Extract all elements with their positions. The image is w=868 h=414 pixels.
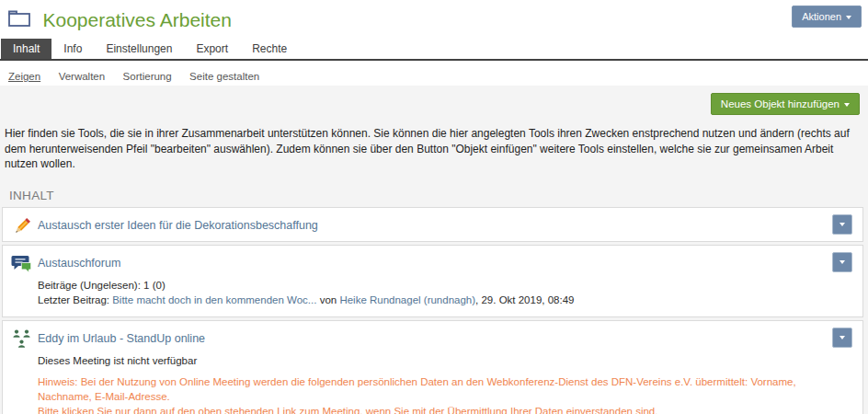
pencil-icon xyxy=(11,215,33,241)
tab-rechte[interactable]: Rechte xyxy=(240,38,299,59)
caret-down-icon xyxy=(839,260,845,264)
subnav-zeigen[interactable]: Zeigen xyxy=(8,71,40,82)
section-header-inhalt: INHALT xyxy=(0,181,868,207)
last-post-link[interactable]: Bitte macht doch in den kommenden Woc... xyxy=(112,294,316,305)
list-item: Austauschforum Beiträge (Ungelesen): 1 (… xyxy=(2,245,863,317)
tab-bar: Inhalt Info Einstellungen Export Rechte xyxy=(0,39,868,61)
actions-button[interactable]: Aktionen xyxy=(792,6,862,28)
item-actions-dropdown[interactable] xyxy=(832,252,852,272)
tab-info[interactable]: Info xyxy=(51,38,94,59)
page-header: Kooperatives Arbeiten Aktionen xyxy=(0,0,868,39)
posts-count: Beiträge (Ungelesen): 1 (0) xyxy=(38,278,822,293)
forum-icon xyxy=(11,253,33,279)
item-properties: Beiträge (Ungelesen): 1 (0) Letzter Beit… xyxy=(38,278,822,308)
privacy-warning-line2: Bitte klicken Sie nur dann auf den oben … xyxy=(38,404,822,414)
item-title-link[interactable]: Austauschforum xyxy=(38,257,120,270)
tab-export[interactable]: Export xyxy=(184,38,240,59)
folder-icon xyxy=(7,7,31,33)
item-actions-dropdown[interactable] xyxy=(832,328,852,348)
item-title-link[interactable]: Austausch erster Ideen für die Dekoratio… xyxy=(38,219,318,232)
item-title-link[interactable]: Eddy im Urlaub - StandUp online xyxy=(38,332,205,345)
main-content: Neues Objekt hinzufügen Hier finden sie … xyxy=(0,86,868,414)
caret-down-icon xyxy=(839,223,845,226)
list-item: Austausch erster Ideen für die Dekoratio… xyxy=(2,207,863,242)
meeting-status: Dieses Meeting ist nicht verfügbar xyxy=(38,355,822,366)
privacy-warning: Hinweis: Bei der Nutzung von Online Meet… xyxy=(38,374,822,414)
caret-down-icon xyxy=(846,16,851,19)
subnav-verwalten[interactable]: Verwalten xyxy=(59,71,106,82)
page-title: Kooperatives Arbeiten xyxy=(42,9,231,31)
caret-down-icon xyxy=(839,336,845,339)
list-item: Eddy im Urlaub - StandUp online Dieses M… xyxy=(2,320,863,414)
toolbar: Neues Objekt hinzufügen xyxy=(0,91,868,122)
caret-down-icon xyxy=(844,103,850,107)
sub-nav: Zeigen Verwalten Sortierung Seite gestal… xyxy=(0,61,868,86)
item-list: Austausch erster Ideen für die Dekoratio… xyxy=(0,207,868,414)
tab-inhalt[interactable]: Inhalt xyxy=(1,38,51,59)
item-actions-dropdown[interactable] xyxy=(832,214,852,235)
last-post-label: Letzter Beitrag: xyxy=(38,294,109,305)
last-post-line: Letzter Beitrag: Bitte macht doch in den… xyxy=(38,293,822,308)
page: Kooperatives Arbeiten Aktionen Inhalt In… xyxy=(0,0,868,414)
author-link[interactable]: Heike Rundnagel (rundnagh) xyxy=(339,294,475,305)
last-post-date: , 29. Okt 2019, 08:49 xyxy=(475,294,574,305)
add-object-button[interactable]: Neues Objekt hinzufügen xyxy=(711,93,860,115)
subnav-sortierung[interactable]: Sortierung xyxy=(123,71,172,82)
page-description: Hier finden sie Tools, die sie in ihrer … xyxy=(0,122,868,181)
subnav-seite-gestalten[interactable]: Seite gestalten xyxy=(189,71,259,82)
von-label: von xyxy=(320,294,337,305)
meeting-icon xyxy=(11,328,33,354)
tab-einstellungen[interactable]: Einstellungen xyxy=(94,38,184,59)
privacy-warning-line1: Hinweis: Bei der Nutzung von Online Meet… xyxy=(38,374,822,404)
